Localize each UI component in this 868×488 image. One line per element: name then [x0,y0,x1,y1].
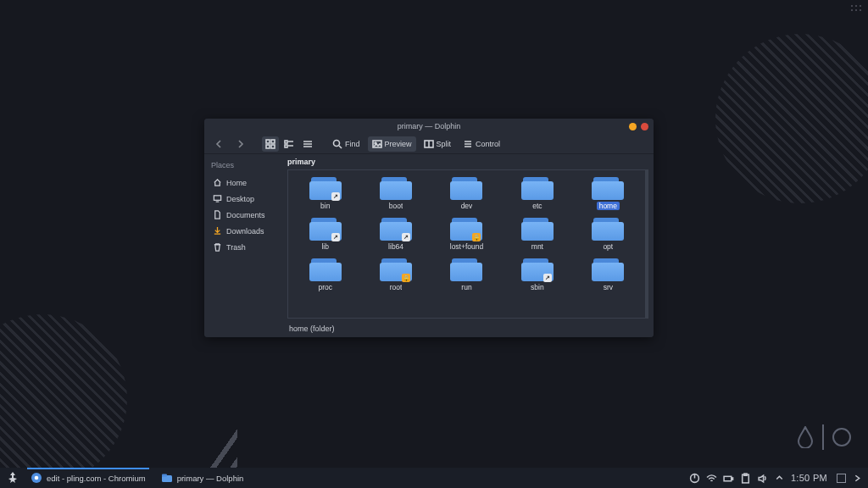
folder-label: run [461,283,471,291]
folder-icon [450,258,482,281]
svg-rect-17 [732,477,732,479]
sidebar-item-label: Downloads [226,227,264,236]
svg-rect-4 [285,141,287,143]
folder-item-etc[interactable]: etc [502,174,572,213]
preview-label: Preview [385,140,412,148]
sidebar-item-documents[interactable]: Documents [211,208,275,221]
panel-hide-button[interactable] [852,473,863,484]
lock-emblem-icon [472,233,481,241]
folder-item-dev[interactable]: dev [431,174,502,213]
sidebar-item-desktop[interactable]: Desktop [211,192,275,205]
svg-rect-1 [271,140,275,143]
svg-rect-14 [162,474,167,477]
window-titlebar[interactable]: primary — Dolphin [204,119,654,134]
path-breadcrumb[interactable]: primary [282,154,654,169]
trash-icon [213,242,222,252]
taskbar: edit - pling.com - Chromiumprimary — Dol… [0,468,868,488]
show-desktop-button[interactable] [837,474,846,483]
preview-button[interactable]: Preview [368,136,416,152]
split-button[interactable]: Split [420,136,456,152]
power-icon[interactable] [689,473,700,484]
folder-item-opt[interactable]: opt [573,214,643,253]
clipboard-icon[interactable] [740,473,751,484]
folder-label: home [597,202,620,210]
taskbar-task-chromium[interactable]: edit - pling.com - Chromium [24,468,153,488]
hamburger-icon [463,139,473,149]
window-close-button[interactable] [641,123,648,130]
view-compact-button[interactable] [281,136,298,152]
folder-item-root[interactable]: root [360,255,431,294]
svg-point-12 [35,476,39,480]
places-sidebar: Places Home Desktop Documents [204,154,282,337]
folder-item-sbin[interactable]: sbin [502,255,572,294]
sidebar-item-label: Desktop [226,195,254,203]
folder-icon [309,258,342,281]
folder-label: proc [318,283,332,291]
link-emblem-icon [331,233,340,241]
folder-item-proc[interactable]: proc [290,255,360,294]
window-minimize-button[interactable] [629,123,637,130]
folder-item-bin[interactable]: bin [290,174,360,213]
sidebar-item-trash[interactable]: Trash [211,241,275,253]
grid-icon [265,139,275,149]
folder-label: lib [321,242,329,251]
folder-item-srv[interactable]: srv [573,255,643,294]
folder-icon [521,258,554,281]
sidebar-item-label: Trash [226,243,246,252]
sidebar-item-label: Documents [226,211,265,219]
start-menu-button[interactable] [5,470,20,485]
folder-label: dev [461,202,473,210]
chevron-right-icon [236,139,246,149]
taskbar-task-dolphin[interactable]: primary — Dolphin [154,468,251,488]
sidebar-item-label: Home [226,179,247,187]
window-title: primary — Dolphin [398,122,461,130]
dolphin-toolbar: Find Preview Split Control [204,134,654,154]
logo-ring-icon [832,428,851,446]
svg-rect-10 [214,196,220,201]
wifi-icon[interactable] [706,473,717,484]
search-icon [332,139,342,149]
lock-emblem-icon [402,274,410,282]
folder-label: lost+found [450,242,483,251]
svg-rect-5 [285,145,287,147]
svg-rect-16 [724,476,732,480]
folder-label: mnt [531,242,543,251]
folder-label: srv [604,283,613,291]
sidebar-item-downloads[interactable]: Downloads [211,225,275,237]
control-button[interactable]: Control [459,136,504,152]
volume-icon[interactable] [757,473,768,484]
wallpaper-circle-bottom-left [0,314,127,484]
dolphin-window: primary — Dolphin [204,119,654,337]
nav-forward-button[interactable] [231,136,250,152]
sidebar-item-home[interactable]: Home [211,176,275,189]
folder-item-home[interactable]: home [573,174,643,213]
folder-item-boot[interactable]: boot [360,174,431,213]
find-label: Find [345,140,360,148]
taskbar-clock[interactable]: 1:50 PM [791,473,827,483]
folder-label: opt [603,242,613,251]
folder-item-mnt[interactable]: mnt [502,214,572,253]
plasma-logo-icon [6,471,19,485]
folder-item-lib64[interactable]: lib64 [360,214,431,253]
folder-icon [380,176,412,200]
folder-item-lost-found[interactable]: lost+found [431,214,502,253]
svg-rect-2 [266,145,270,148]
battery-icon[interactable] [723,473,734,484]
control-label: Control [476,140,500,148]
folder-label: sbin [531,283,544,291]
task-label: edit - pling.com - Chromium [47,474,146,483]
places-heading: Places [211,161,275,169]
folder-item-run[interactable]: run [431,255,502,294]
ink-drop-icon [797,426,814,448]
folder-item-lib[interactable]: lib [290,214,360,253]
folder-label: root [390,283,403,291]
dolphin-app-icon [161,472,173,484]
view-icons-button[interactable] [262,136,279,152]
link-emblem-icon [402,233,410,241]
view-details-button[interactable] [299,136,316,152]
find-button[interactable]: Find [328,136,364,152]
tray-expand-icon[interactable] [774,473,785,484]
file-view[interactable]: binbootdevetchomeliblib64lost+foundmntop… [287,169,648,319]
chevron-left-icon [214,139,224,149]
nav-back-button[interactable] [209,136,228,152]
